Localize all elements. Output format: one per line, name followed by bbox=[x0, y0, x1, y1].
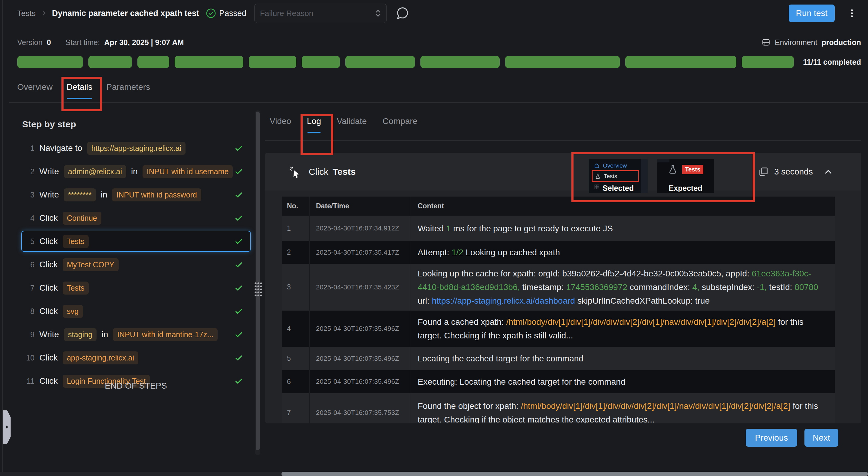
previous-button[interactable]: Previous bbox=[746, 429, 797, 447]
detail-tabs: VideoLogValidateCompare bbox=[270, 116, 417, 141]
mini-nav-label: Tests bbox=[604, 173, 617, 180]
click-cursor-icon bbox=[289, 165, 302, 178]
step-row-10[interactable]: 10Clickapp-staging.relicx.ai bbox=[21, 347, 251, 368]
step-number: 6 bbox=[24, 260, 34, 269]
selected-caption: Selected bbox=[589, 184, 648, 193]
step-number: 2 bbox=[24, 167, 34, 176]
duration-group: 3 seconds bbox=[758, 153, 834, 191]
step-target-chip: Tests bbox=[63, 235, 89, 248]
steps-panel: Step by step 1Navigate tohttps://app-sta… bbox=[17, 109, 254, 455]
step-row-5[interactable]: 5ClickTests bbox=[21, 231, 251, 252]
log-row-number: 4 bbox=[282, 311, 310, 347]
progress-bar bbox=[17, 56, 794, 68]
mini-nav-label: Overview bbox=[603, 162, 627, 169]
triangle-right-icon bbox=[4, 424, 10, 430]
step-passed-check-icon bbox=[234, 213, 244, 223]
progress-segment-8[interactable] bbox=[421, 56, 500, 68]
step-value-chip: staging bbox=[64, 328, 97, 341]
log-row-content: Waited 1 ms for the page to get ready to… bbox=[417, 222, 613, 235]
select-chevrons-icon bbox=[375, 8, 381, 19]
horizontal-scrollbar-thumb[interactable] bbox=[281, 472, 868, 476]
step-action-text: Navigate to bbox=[39, 143, 82, 153]
log-row-content: Executing: Locating the cached target fo… bbox=[417, 375, 625, 388]
log-row-3: 32025-04-30T16:07:35.423ZLooking up the … bbox=[282, 264, 835, 311]
step-passed-check-icon bbox=[234, 283, 244, 293]
detail-tab-log[interactable]: Log bbox=[307, 116, 321, 133]
log-row-timestamp: 2025-04-30T16:07:35.496Z bbox=[310, 311, 410, 347]
expected-caption: Expected bbox=[657, 184, 714, 193]
run-test-button[interactable]: Run test bbox=[789, 4, 835, 22]
panel-resize-handle[interactable] bbox=[254, 281, 262, 296]
flask-icon bbox=[668, 164, 678, 174]
duration-text: 3 seconds bbox=[774, 167, 813, 177]
kebab-menu-icon[interactable] bbox=[847, 7, 857, 20]
tab-overview[interactable]: Overview bbox=[17, 82, 53, 99]
tab-details[interactable]: Details bbox=[67, 82, 93, 99]
progress-segment-6[interactable] bbox=[302, 56, 340, 68]
progress-segment-2[interactable] bbox=[88, 56, 132, 68]
step-number: 3 bbox=[24, 191, 34, 199]
step-row-8[interactable]: 8Clicksvg bbox=[21, 301, 251, 322]
comment-bubble-icon[interactable] bbox=[395, 6, 409, 20]
log-row-timestamp: 2025-04-30T16:07:34.912Z bbox=[310, 216, 410, 241]
progress-segment-5[interactable] bbox=[249, 56, 296, 68]
progress-segment-4[interactable] bbox=[175, 56, 243, 68]
expand-sidebar-handle[interactable] bbox=[3, 410, 10, 444]
column-header-content: Content bbox=[410, 197, 835, 216]
expected-screenshot-thumbnail[interactable]: Tests Expected bbox=[657, 159, 714, 193]
environment-label: Environment bbox=[775, 38, 817, 47]
progress-segment-1[interactable] bbox=[17, 56, 83, 68]
log-row-1: 12025-04-30T16:07:34.912ZWaited 1 ms for… bbox=[282, 216, 835, 241]
step-number: 7 bbox=[24, 284, 34, 293]
detail-tab-validate[interactable]: Validate bbox=[337, 116, 367, 133]
detail-tab-compare[interactable]: Compare bbox=[382, 116, 417, 133]
step-action-text: Click bbox=[39, 353, 58, 363]
step-row-2[interactable]: 2Writeadmin@relicx.aiinINPUT with id use… bbox=[21, 161, 251, 182]
mini-tab-notch bbox=[657, 159, 670, 162]
log-row-number: 1 bbox=[282, 216, 310, 241]
step-row-4[interactable]: 4ClickContinue bbox=[21, 207, 251, 229]
log-row-timestamp: 2025-04-30T16:07:35.496Z bbox=[310, 370, 410, 393]
chevron-up-icon[interactable] bbox=[823, 167, 834, 177]
progress-segment-7[interactable] bbox=[345, 56, 415, 68]
step-row-3[interactable]: 3Write********inINPUT with id password bbox=[21, 184, 251, 205]
log-link[interactable]: https://app-staging.relicx.ai/dashboard bbox=[432, 296, 575, 305]
log-row-2: 22025-04-30T16:07:35.417ZAttempt: 1/2 Lo… bbox=[282, 241, 835, 264]
step-action-text: Click bbox=[39, 213, 58, 223]
mini-nav-item-overview: Overview bbox=[592, 161, 639, 170]
log-row-7: 72025-04-30T16:07:35.753ZFound the objec… bbox=[282, 393, 835, 423]
log-card: Click Tests 3 seconds No. Date/Time Cont… bbox=[265, 153, 861, 423]
step-passed-check-icon bbox=[234, 330, 244, 339]
copy-icon[interactable] bbox=[758, 166, 769, 177]
start-time-label: Start time: bbox=[65, 38, 100, 47]
progress-segment-9[interactable] bbox=[505, 56, 620, 68]
detail-tab-video[interactable]: Video bbox=[270, 116, 291, 133]
step-row-7[interactable]: 7ClickTests bbox=[21, 277, 251, 299]
progress-segment-10[interactable] bbox=[625, 56, 736, 68]
next-button[interactable]: Next bbox=[804, 429, 838, 447]
step-passed-check-icon bbox=[234, 260, 244, 269]
step-row-1[interactable]: 1Navigate tohttps://app-staging.relicx.a… bbox=[21, 138, 251, 159]
selected-screenshot-thumbnail[interactable]: OverviewTestsSuites Selected bbox=[589, 159, 648, 193]
step-action-text: in bbox=[101, 330, 108, 339]
log-row-number: 6 bbox=[282, 370, 310, 393]
failure-reason-select[interactable]: Failure Reason bbox=[254, 4, 387, 23]
breadcrumb-tests-link[interactable]: Tests bbox=[17, 9, 36, 18]
log-row-timestamp: 2025-04-30T16:07:35.417Z bbox=[310, 241, 410, 264]
column-header-datetime: Date/Time bbox=[310, 197, 410, 216]
steps-scrollbar-thumb[interactable] bbox=[256, 111, 260, 450]
tabs-divider bbox=[9, 102, 868, 103]
step-row-6[interactable]: 6ClickMyTest COPY bbox=[21, 254, 251, 275]
log-table: No. Date/Time Content 12025-04-30T16:07:… bbox=[282, 197, 835, 423]
step-value-chip: admin@relicx.ai bbox=[64, 165, 126, 178]
log-row-number: 2 bbox=[282, 241, 310, 264]
progress-segment-3[interactable] bbox=[137, 56, 169, 68]
command-header: Click Tests bbox=[289, 153, 355, 191]
step-target-chip: svg bbox=[63, 305, 83, 318]
version-label: Version bbox=[17, 38, 42, 47]
step-passed-check-icon bbox=[234, 167, 244, 176]
step-row-9[interactable]: 9WritestaginginINPUT with id mantine-17z… bbox=[21, 324, 251, 345]
progress-segment-11[interactable] bbox=[742, 56, 794, 68]
tab-parameters[interactable]: Parameters bbox=[106, 82, 150, 99]
flask-icon bbox=[595, 173, 601, 179]
